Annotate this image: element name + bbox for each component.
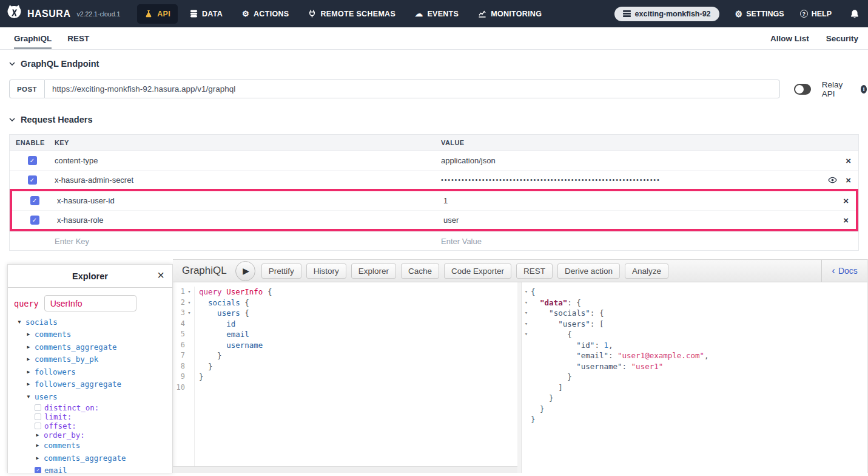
editor-line[interactable]: socials {	[199, 298, 517, 308]
header-value-text[interactable]: application/json	[441, 156, 837, 165]
editor-line[interactable]: username	[199, 340, 517, 351]
fold-marker-icon[interactable]: ▾	[522, 298, 531, 308]
tree-item-followers[interactable]: ▶followers	[14, 365, 166, 378]
new-header-value-input[interactable]	[441, 237, 830, 246]
fold-marker-icon[interactable]: ▾	[522, 319, 531, 330]
close-icon[interactable]: ×	[157, 268, 164, 282]
toolbar-button-cache[interactable]: Cache	[401, 264, 439, 279]
toolbar-button-code-exporter[interactable]: Code Exporter	[444, 264, 511, 279]
nav-item-api[interactable]: API	[137, 4, 178, 24]
editor-line[interactable]	[199, 382, 517, 393]
enable-checkbox[interactable]: ✓	[30, 216, 39, 225]
reveal-secret-button[interactable]	[828, 177, 837, 183]
chevron-collapsed-icon[interactable]: ▶	[25, 344, 32, 350]
nav-item-events[interactable]: ☁EVENTS	[408, 4, 466, 24]
remove-header-button[interactable]: ×	[846, 156, 851, 165]
remove-header-button[interactable]: ×	[843, 216, 849, 225]
pane-divider[interactable]	[517, 282, 522, 473]
enable-checkbox[interactable]: ✓	[28, 156, 37, 165]
toolbar-button-prettify[interactable]: Prettify	[261, 264, 301, 279]
nav-item-data[interactable]: DATA	[183, 4, 230, 24]
new-header-key-input[interactable]	[55, 237, 422, 246]
tree-item-comments[interactable]: ▶comments	[14, 328, 166, 341]
query-name-input[interactable]	[44, 295, 136, 311]
header-key-text[interactable]: x-hasura-user-id	[57, 196, 115, 205]
tree-item-distinct-on[interactable]: distinct_on:	[14, 403, 166, 412]
field-checkbox[interactable]: ✓	[35, 467, 41, 473]
editor-line[interactable]: }	[199, 361, 517, 372]
query-editor[interactable]: 1▾2▾3▾45678910 query UserInfo { socials …	[173, 282, 517, 473]
tree-item-comments-by-pk[interactable]: ▶comments_by_pk	[14, 353, 166, 366]
remove-header-button[interactable]: ×	[846, 175, 851, 185]
field-checkbox[interactable]	[35, 413, 41, 420]
fold-marker-icon[interactable]	[522, 350, 531, 361]
fold-marker-icon[interactable]: ▾	[522, 329, 531, 340]
tab-security[interactable]: Security	[826, 34, 858, 43]
tree-item-followers-aggregate[interactable]: ▶followers_aggregate	[14, 378, 166, 391]
toolbar-button-history[interactable]: History	[306, 264, 346, 279]
nav-item-actions[interactable]: ⚙ACTIONS	[235, 4, 296, 24]
chevron-collapsed-icon[interactable]: ▶	[25, 356, 32, 362]
tree-item-users[interactable]: ▼users	[14, 390, 166, 403]
relay-toggle[interactable]	[794, 84, 811, 95]
editor-line[interactable]: query UserInfo {	[199, 287, 517, 298]
fold-marker-icon[interactable]	[522, 414, 531, 425]
header-key-text[interactable]: content-type	[55, 156, 98, 165]
toolbar-button-explorer[interactable]: Explorer	[351, 264, 396, 279]
fold-marker-icon[interactable]	[522, 382, 531, 393]
chevron-collapsed-icon[interactable]: ▶	[35, 455, 41, 461]
nav-item-monitoring[interactable]: MONITORING	[471, 4, 549, 24]
request-headers-section-header[interactable]: Request Headers	[0, 98, 868, 124]
fold-marker-icon[interactable]	[522, 340, 531, 351]
tree-item-limit[interactable]: limit:	[14, 412, 166, 421]
toolbar-button-rest[interactable]: REST	[516, 264, 553, 279]
editor-line[interactable]: users {	[199, 308, 517, 319]
chevron-collapsed-icon[interactable]: ▶	[25, 381, 32, 387]
settings-button[interactable]: ⚙ SETTINGS	[735, 9, 784, 19]
tree-item-comments-aggregate[interactable]: ▶comments_aggregate	[14, 341, 166, 353]
chevron-collapsed-icon[interactable]: ▶	[25, 369, 32, 375]
chevron-collapsed-icon[interactable]: ▶	[35, 443, 41, 448]
info-icon[interactable]: i	[861, 85, 867, 93]
notifications-bell-button[interactable]	[850, 9, 860, 19]
editor-code[interactable]: query UserInfo { socials { users { id em…	[195, 287, 517, 466]
chevron-expanded-icon[interactable]: ▼	[25, 394, 32, 399]
endpoint-url-input[interactable]	[44, 80, 780, 98]
tree-item-comments-aggregate[interactable]: ▶comments_aggregate	[14, 452, 166, 464]
fold-marker-icon[interactable]	[522, 393, 531, 404]
fold-marker-icon[interactable]: ▾	[185, 308, 193, 319]
fold-marker-icon[interactable]	[522, 372, 531, 382]
chevron-expanded-icon[interactable]: ▼	[16, 319, 22, 325]
enable-checkbox[interactable]: ✓	[30, 196, 39, 205]
remove-header-button[interactable]: ×	[843, 196, 849, 205]
tree-item-comments[interactable]: ▶comments	[14, 440, 166, 452]
fold-marker-icon[interactable]: ▾	[185, 287, 193, 298]
tab-graphiql[interactable]: GraphiQL	[14, 27, 52, 49]
field-checkbox[interactable]	[35, 404, 41, 411]
header-value-text[interactable]: 1	[443, 196, 835, 205]
editor-line[interactable]: }	[199, 350, 517, 361]
graphql-endpoint-section-header[interactable]: GraphQL Endpoint	[0, 50, 868, 69]
fold-marker-icon[interactable]: ▾	[185, 298, 193, 308]
editor-line[interactable]: id	[199, 319, 517, 330]
field-checkbox[interactable]	[35, 423, 41, 429]
query-variables-bar[interactable]	[173, 466, 517, 473]
execute-button[interactable]: ▶	[235, 261, 255, 281]
chevron-collapsed-icon[interactable]: ▶	[35, 432, 41, 438]
tree-item-offset[interactable]: offset:	[14, 421, 166, 430]
docs-button[interactable]: ‹ Docs	[821, 260, 867, 282]
fold-marker-icon[interactable]: ▾	[522, 287, 531, 298]
toolbar-button-analyze[interactable]: Analyze	[625, 264, 668, 279]
fold-marker-icon[interactable]	[522, 361, 531, 372]
chevron-collapsed-icon[interactable]: ▶	[25, 332, 32, 337]
enable-checkbox[interactable]: ✓	[28, 175, 37, 185]
tab-allow-list[interactable]: Allow List	[770, 34, 809, 43]
nav-item-remote-schemas[interactable]: REMOTE SCHEMAS	[301, 4, 403, 24]
toolbar-button-derive-action[interactable]: Derive action	[557, 264, 620, 279]
fold-marker-icon[interactable]	[522, 404, 531, 415]
header-key-text[interactable]: x-hasura-admin-secret	[55, 175, 133, 185]
tree-item-socials[interactable]: ▼socials	[14, 316, 166, 328]
brand[interactable]: HASURA v2.22.1-cloud.1	[6, 4, 120, 23]
tab-rest[interactable]: REST	[67, 27, 89, 49]
tree-item-email[interactable]: ✓email	[14, 464, 166, 474]
